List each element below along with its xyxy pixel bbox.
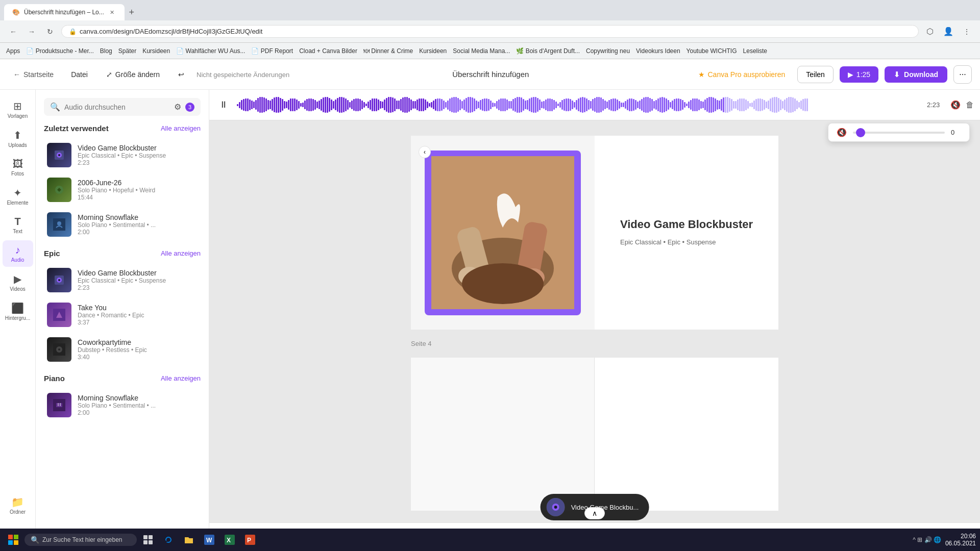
taskbar-app-word[interactable]: W (200, 531, 218, 549)
taskbar-app-edge[interactable] (159, 531, 178, 549)
sidebar-item-backgrounds[interactable]: ⬛ Hintergru... (3, 298, 33, 325)
track-item-epic-2[interactable]: Take You Dance • Romantic • Epic 3:37 (44, 298, 201, 331)
track-meta-piano: Solo Piano • Sentimental • ... (78, 402, 198, 409)
track-item-epic-3[interactable]: Coworkpartytime Dubstep • Restless • Epi… (44, 333, 201, 366)
undo-icon: ↩ (178, 70, 184, 79)
filter-badge: 3 (185, 103, 194, 112)
svg-rect-29 (14, 540, 18, 545)
track-item-piano-1[interactable]: Morning Snowflake Solo Piano • Sentiment… (44, 389, 201, 421)
size-button[interactable]: ⤢ Größe ändern (100, 67, 166, 82)
sidebar-item-uploads[interactable]: ⬆ Uploads (3, 125, 33, 152)
track-name-piano: Morning Snowflake (78, 394, 198, 402)
tab-close-btn[interactable]: ✕ (108, 8, 116, 16)
bookmark-pdf[interactable]: 📄 PDF Report (251, 47, 293, 55)
taskbar-sys-icons: ^ ⊞ 🔊 🌐 (913, 536, 941, 543)
bookmark-copywriting[interactable]: Copywriting neu (586, 47, 630, 55)
track-thumb-vg-epic-placeholder (47, 268, 71, 292)
download-button[interactable]: ⬇ Download (885, 66, 947, 83)
extensions-button[interactable]: ⬡ (923, 24, 937, 39)
bookmark-bois[interactable]: 🌿 Bois d'Argent Duft... (516, 47, 580, 55)
sidebar-item-videos[interactable]: ▶ Videos (3, 269, 33, 296)
bookmark-youtube[interactable]: Youtube WICHTIG (687, 47, 737, 55)
bookmarks-bar: Apps 📄 Produktsuche - Mer... Blog Später… (0, 43, 980, 59)
bookmark-spaeter[interactable]: Später (118, 47, 136, 55)
track-info-take: Take You Dance • Romantic • Epic 3:37 (78, 304, 198, 326)
new-tab-button[interactable]: + (125, 5, 139, 19)
sidebar-item-folders[interactable]: 📁 Ordner (3, 492, 33, 519)
file-button[interactable]: Datei (65, 67, 94, 82)
templates-icon: ⊞ (13, 100, 22, 112)
bookmark-apps[interactable]: Apps (6, 47, 20, 55)
text-label: Text (13, 229, 22, 234)
taskbar-app-file-explorer[interactable] (180, 531, 198, 549)
sidebar-item-elements[interactable]: ✦ Elemente (3, 183, 33, 210)
bookmark-wahlfaecher[interactable]: 📄 Wahlfächer WU Aus... (176, 47, 245, 55)
track-item-recent-1[interactable]: Video Game Blockbuster Epic Classical • … (44, 139, 201, 171)
bookmark-leseliste[interactable]: Leseliste (743, 47, 767, 55)
bookmark-social[interactable]: Social Media Mana... (453, 47, 510, 55)
search-input[interactable] (64, 103, 170, 111)
bookmark-kursideen[interactable]: Kursideen (142, 47, 170, 55)
home-button[interactable]: ← Startseite (8, 67, 59, 82)
page-4-left (411, 358, 595, 511)
share-button[interactable]: Teilen (797, 66, 834, 83)
track-duration-take: 3:37 (78, 319, 198, 326)
waveform-pause-button[interactable]: ⏸ (215, 97, 232, 113)
audio-search-bar[interactable]: 🔍 ⚙ 3 (44, 98, 201, 116)
undo-button[interactable]: ↩ (172, 67, 190, 82)
volume-thumb[interactable] (856, 128, 865, 137)
filter-icon[interactable]: ⚙ (174, 102, 181, 112)
waveform-bar: ⏸ 2:23 🔇 🗑 (209, 90, 980, 120)
profile-button[interactable]: 👤 (941, 24, 955, 39)
bookmark-dinner[interactable]: 🍽 Dinner & Crime (363, 47, 413, 55)
track-item-recent-3[interactable]: Morning Snowflake Solo Piano • Sentiment… (44, 208, 201, 241)
epic-see-all[interactable]: Alle anzeigen (161, 249, 201, 257)
track-thumb-take (47, 303, 71, 327)
browser-menu-button[interactable]: ⋮ (960, 24, 974, 39)
volume-slider[interactable] (853, 132, 945, 134)
panel-collapse-button[interactable]: ‹ (419, 146, 431, 158)
track-duration-morning-recent: 2:00 (78, 229, 198, 236)
text-icon: T (14, 216, 20, 228)
bookmark-blog[interactable]: Blog (100, 47, 112, 55)
scroll-up-button[interactable]: ∧ (584, 507, 605, 519)
photos-label: Fotos (11, 171, 24, 177)
play-button[interactable]: ▶ 1:25 (840, 66, 878, 83)
star-icon: ★ (698, 70, 705, 79)
volume-mute-button[interactable]: 🔇 (837, 128, 847, 137)
page-4-right (595, 358, 778, 511)
play-time: 1:25 (856, 70, 870, 79)
sidebar-item-text[interactable]: T Text (3, 212, 33, 238)
track-item-recent-2[interactable]: 2006-June-26 Solo Piano • Hopeful • Weir… (44, 173, 201, 206)
waveform-visual[interactable] (237, 95, 922, 115)
track-meta-2006: Solo Piano • Hopeful • Weird (78, 187, 198, 194)
address-bar[interactable]: 🔒 canva.com/design/DAEdomzscjl/drBfjHdCo… (61, 25, 919, 38)
reload-button[interactable]: ↻ (43, 24, 57, 39)
bookmark-kursideen2[interactable]: Kursideen (419, 47, 447, 55)
taskbar-app-powerpoint[interactable]: P (241, 531, 259, 549)
photos-icon: 🖼 (13, 158, 23, 170)
canvas-area: ⏸ 2:23 🔇 🗑 🔇 0 ‹ (209, 90, 980, 551)
piano-see-all[interactable]: Alle anzeigen (161, 374, 201, 382)
sidebar-item-audio[interactable]: ♪ Audio (3, 240, 33, 267)
taskbar-search[interactable]: 🔍 Zur Suche Text hier eingeben (24, 534, 137, 546)
bookmark-cload[interactable]: Cload + Canva Bilder (299, 47, 357, 55)
pro-button[interactable]: ★ Canva Pro ausprobieren (692, 67, 792, 82)
taskbar-app-task-view[interactable] (139, 531, 157, 549)
recently-used-see-all[interactable]: Alle anzeigen (161, 124, 201, 132)
windows-start-button[interactable] (4, 531, 22, 549)
waveform-mute-button[interactable]: 🔇 (950, 100, 961, 110)
taskbar-app-excel[interactable]: X (220, 531, 239, 549)
bookmark-videokurs[interactable]: Videokurs Ideen (636, 47, 680, 55)
waveform-delete-button[interactable]: 🗑 (966, 101, 974, 110)
forward-button[interactable]: → (24, 24, 39, 39)
taskbar-clock[interactable]: 20:06 06.05.2021 (945, 533, 976, 547)
sidebar-item-photos[interactable]: 🖼 Fotos (3, 154, 33, 181)
sidebar-item-templates[interactable]: ⊞ Vorlagen (3, 96, 33, 123)
active-tab[interactable]: 🎨 Überschrift hinzufügen – Lo... ✕ (4, 4, 125, 20)
back-button[interactable]: ← (6, 24, 20, 39)
more-options-button[interactable]: ··· (953, 65, 972, 84)
track-item-epic-1[interactable]: Video Game Blockbuster Epic Classical • … (44, 264, 201, 296)
track-thumb-piano-placeholder (47, 393, 71, 417)
bookmark-produktsuche[interactable]: 📄 Produktsuche - Mer... (26, 47, 93, 55)
